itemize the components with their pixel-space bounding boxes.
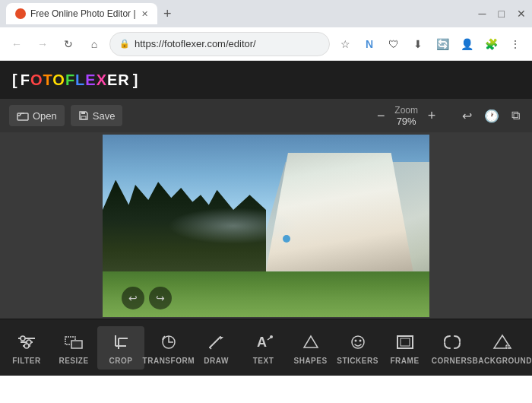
resize-icon: [62, 331, 85, 354]
svg-marker-22: [304, 336, 318, 347]
svg-text:A: A: [257, 335, 267, 350]
norton-btn[interactable]: N: [359, 33, 380, 55]
svg-point-6: [21, 336, 25, 341]
maximize-btn[interactable]: □: [499, 8, 505, 20]
tool-text[interactable]: A TEXT: [240, 326, 287, 370]
text-label: TEXT: [253, 357, 274, 365]
crop-label: CROP: [109, 357, 133, 365]
browser-actions: ☆ N 🛡 ⬇ 🔄 👤 🧩 ⋮: [334, 33, 526, 55]
sync-btn[interactable]: 🔄: [432, 33, 453, 55]
canvas-redo-btn[interactable]: ↪: [149, 287, 172, 309]
address-bar[interactable]: 🔒 https://fotoflexer.com/editor/: [109, 32, 330, 56]
svg-rect-0: [17, 113, 28, 120]
save-btn[interactable]: Save: [71, 105, 123, 126]
security-icon: 🔒: [119, 39, 130, 49]
tool-draw[interactable]: DRAW: [193, 326, 240, 370]
close-btn[interactable]: ✕: [517, 8, 526, 20]
tab-close-btn[interactable]: ✕: [141, 9, 148, 19]
transform-icon: [157, 331, 180, 354]
logo-bracket-close: ]: [133, 71, 138, 89]
tab-favicon: [15, 8, 26, 19]
tool-frame[interactable]: FRAME: [382, 326, 429, 370]
resize-label: RESIZE: [59, 357, 88, 365]
canvas-undo-btn[interactable]: ↩: [122, 287, 144, 309]
svg-rect-2: [81, 112, 85, 114]
corners-label: CORNERS: [432, 357, 473, 365]
logo-bracket-open: [: [12, 71, 17, 89]
svg-point-25: [359, 339, 361, 341]
layers-btn[interactable]: ⧉: [508, 106, 523, 126]
tool-filter[interactable]: FILTER: [3, 326, 50, 370]
canvas-area: ↩ ↪: [0, 132, 532, 319]
shield-btn[interactable]: 🛡: [383, 33, 404, 55]
browser-tab[interactable]: Free Online Photo Editor | Foto... ✕: [6, 3, 157, 24]
open-icon: [17, 110, 29, 121]
svg-line-20: [268, 338, 271, 340]
zoom-display: Zoom 79%: [394, 105, 418, 127]
undo-redo-overlay: ↩ ↪: [122, 287, 172, 309]
browser-controls: ← → ↻ ⌂ 🔒 https://fotoflexer.com/editor/…: [0, 27, 532, 61]
minimize-btn[interactable]: ─: [479, 8, 486, 20]
tool-transform[interactable]: TRANSFORM: [144, 326, 193, 370]
svg-line-17: [210, 337, 220, 347]
highlight-dot: [283, 235, 290, 243]
svg-point-8: [24, 344, 29, 348]
account-btn[interactable]: 👤: [456, 33, 477, 55]
download-btn[interactable]: ⬇: [407, 33, 429, 55]
undo-btn[interactable]: ↩: [459, 106, 475, 126]
tool-stickers[interactable]: STICKERS: [334, 326, 382, 370]
tool-background[interactable]: BACKGROUND: [476, 326, 529, 370]
background-label: BACKGROUND: [473, 357, 532, 365]
svg-line-18: [210, 347, 211, 349]
home-btn[interactable]: ⌂: [84, 33, 105, 55]
new-tab-btn[interactable]: +: [163, 6, 172, 22]
app-logo: [ FOTOFLEXER ]: [12, 71, 138, 89]
bottom-toolbar: FILTER RESIZE C: [0, 319, 532, 376]
open-btn[interactable]: Open: [9, 105, 65, 126]
open-label: Open: [33, 110, 57, 122]
tool-corners[interactable]: CORNERS: [429, 326, 476, 370]
shapes-label: SHAPES: [293, 357, 327, 365]
tab-title: Free Online Photo Editor | Foto...: [30, 8, 137, 19]
browser-window: Free Online Photo Editor | Foto... ✕ + ─…: [0, 0, 532, 61]
shapes-icon: [299, 331, 322, 354]
menu-btn[interactable]: ⋮: [505, 33, 526, 55]
save-icon: [78, 110, 89, 121]
transform-label: TRANSFORM: [143, 357, 195, 365]
bookmark-btn[interactable]: ☆: [334, 33, 356, 55]
frame-icon: [394, 331, 416, 354]
refresh-btn[interactable]: ↻: [58, 33, 79, 55]
svg-rect-26: [397, 336, 413, 348]
frame-label: FRAME: [391, 357, 420, 365]
stickers-icon: [347, 331, 369, 354]
svg-point-24: [354, 339, 356, 341]
crop-icon: [109, 331, 132, 354]
tool-crop[interactable]: CROP: [97, 326, 144, 370]
zoom-value: 79%: [397, 116, 416, 127]
browser-titlebar: Free Online Photo Editor | Foto... ✕ + ─…: [0, 0, 532, 27]
forward-btn[interactable]: →: [32, 33, 53, 55]
filter-icon: [15, 331, 38, 354]
back-btn[interactable]: ←: [6, 33, 27, 55]
stickers-label: STICKERS: [337, 357, 378, 365]
toolbar-right: ↩ 🕐 ⧉: [459, 106, 523, 126]
url-text: https://fotoflexer.com/editor/: [135, 38, 320, 49]
zoom-out-btn[interactable]: −: [372, 106, 390, 125]
zoom-label: Zoom: [394, 105, 418, 116]
draw-label: DRAW: [204, 357, 229, 365]
logo-text: FOTOFLEXER: [21, 71, 130, 89]
filter-label: FILTER: [12, 357, 40, 365]
svg-point-21: [270, 335, 273, 338]
zoom-in-btn[interactable]: +: [423, 106, 441, 125]
tool-shapes[interactable]: SHAPES: [287, 326, 334, 370]
app-toolbar: Open Save − Zoom 79% + ↩ 🕐 ⧉: [0, 99, 532, 132]
corners-icon: [441, 331, 464, 354]
tool-resize[interactable]: RESIZE: [50, 326, 97, 370]
history-btn[interactable]: 🕐: [481, 106, 502, 126]
save-label: Save: [93, 110, 116, 122]
app-header: [ FOTOFLEXER ]: [0, 61, 532, 99]
extensions-btn[interactable]: 🧩: [480, 33, 502, 55]
background-icon: [491, 331, 514, 354]
zoom-control: − Zoom 79% +: [372, 105, 441, 127]
draw-icon: [205, 331, 228, 354]
